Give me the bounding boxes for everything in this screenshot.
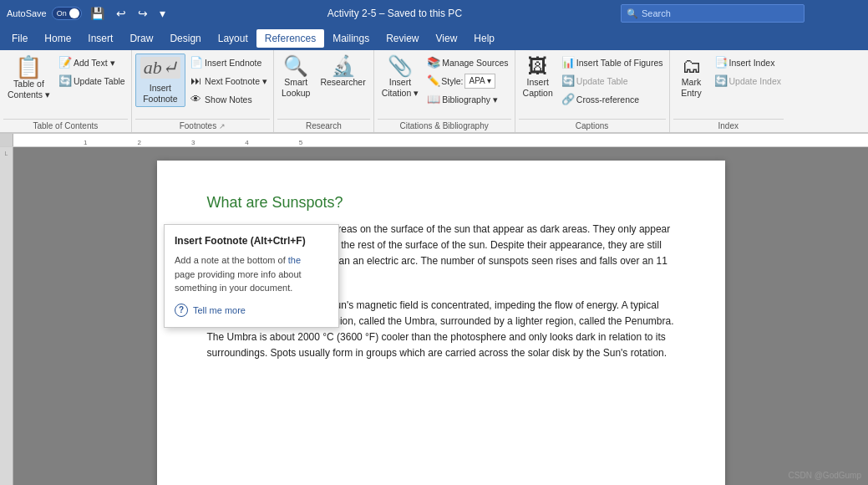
ruler-marks: 1 2 3 4 5 <box>13 134 868 146</box>
document-content: Insert Footnote (Alt+Ctrl+F) Add a note … <box>13 147 868 485</box>
toc-icon: 📋 <box>15 56 42 78</box>
footnotes-group-label: Footnotes ↗ <box>135 119 270 132</box>
search-placeholder: Search <box>642 8 671 18</box>
add-text-label: Add Text ▾ <box>74 57 115 69</box>
update-table-captions-button[interactable]: 🔄 Update Table <box>559 72 666 90</box>
research-group-label: Research <box>277 119 370 132</box>
menu-help[interactable]: Help <box>465 29 503 48</box>
watermark: CSDN @GodGump <box>789 471 861 480</box>
cross-reference-button[interactable]: 🔗 Cross-reference <box>559 90 666 109</box>
update-index-icon: 🔄 <box>714 74 727 89</box>
toc-group-label: Table of Contents <box>3 119 128 132</box>
search-box[interactable]: 🔍 Search <box>621 4 805 23</box>
mark-entry-label: MarkEntry <box>681 77 702 98</box>
manage-sources-label: Manage Sources <box>442 57 508 69</box>
style-dropdown[interactable]: ✏️ Style: APA ▾ <box>424 72 510 90</box>
insert-index-button[interactable]: 📑 Insert Index <box>712 54 784 72</box>
insert-caption-icon: 🖼 <box>528 56 548 76</box>
ribbon-group-footnotes: ab↵ InsertFootnote 📄 Insert Endnote ⏭ Ne… <box>132 50 274 132</box>
insert-table-of-figures-button[interactable]: 📊 Insert Table of Figures <box>559 54 666 72</box>
captions-group-label: Captions <box>519 119 666 132</box>
menu-design[interactable]: Design <box>161 29 209 48</box>
bibliography-button[interactable]: 📖 Bibliography ▾ <box>424 90 510 109</box>
menu-layout[interactable]: Layout <box>210 29 256 48</box>
menu-view[interactable]: View <box>428 29 466 48</box>
customize-qat-button[interactable]: ▾ <box>156 5 169 22</box>
insert-endnote-icon: 📄 <box>190 55 202 70</box>
toc-label: Table ofContents ▾ <box>8 79 50 100</box>
citations-small-buttons: 📚 Manage Sources ✏️ Style: APA ▾ 📖 Bibli… <box>424 54 510 110</box>
redo-button[interactable]: ↪ <box>135 5 151 22</box>
bibliography-icon: 📖 <box>427 92 439 107</box>
citations-group-label: Citations & Bibliography <box>378 119 511 132</box>
toc-small-buttons: 📝 Add Text ▾ 🔄 Update Table <box>56 54 128 90</box>
title-bar: AutoSave On 💾 ↩ ↪ ▾ Activity 2-5 – Saved… <box>0 0 868 27</box>
smart-lookup-icon: 🔍 <box>283 56 308 76</box>
tooltip-highlight1: the <box>288 255 301 265</box>
style-value[interactable]: APA ▾ <box>464 74 495 89</box>
menu-references[interactable]: References <box>256 29 324 48</box>
researcher-button[interactable]: 🔬 Researcher <box>316 54 369 90</box>
table-of-contents-button[interactable]: 📋 Table ofContents ▾ <box>3 54 54 102</box>
tooltip-title: Insert Footnote (Alt+Ctrl+F) <box>175 235 328 247</box>
add-text-icon: 📝 <box>58 55 71 70</box>
insert-endnote-label: Insert Endnote <box>205 57 261 69</box>
save-button[interactable]: 💾 <box>87 5 108 22</box>
mark-entry-button[interactable]: 🗂 MarkEntry <box>673 54 710 100</box>
insert-citation-button[interactable]: 📎 InsertCitation ▾ <box>378 54 424 100</box>
manage-sources-button[interactable]: 📚 Manage Sources <box>424 54 510 72</box>
document-heading: What are Sunspots? <box>207 194 675 212</box>
update-table-toc-label: Update Table <box>74 75 125 88</box>
bibliography-label: Bibliography ▾ <box>442 94 498 106</box>
insert-footnote-label: InsertFootnote <box>143 83 177 104</box>
tooltip-description: Add a note at the bottom of the page pro… <box>175 253 328 295</box>
autosave-label: AutoSave <box>7 8 47 18</box>
insert-caption-label: InsertCaption <box>523 77 553 98</box>
insert-caption-button[interactable]: 🖼 InsertCaption <box>519 54 557 100</box>
menu-home[interactable]: Home <box>36 29 79 48</box>
menu-file[interactable]: File <box>3 29 36 48</box>
next-footnote-label: Next Footnote ▾ <box>205 75 267 88</box>
update-index-button[interactable]: 🔄 Update Index <box>712 72 784 90</box>
search-icon: 🔍 <box>627 8 638 19</box>
insert-footnote-button[interactable]: ab↵ InsertFootnote <box>135 54 185 107</box>
index-group-label: Index <box>673 119 784 132</box>
undo-button[interactable]: ↩ <box>113 5 129 22</box>
smart-lookup-button[interactable]: 🔍 SmartLookup <box>277 54 314 100</box>
show-notes-button[interactable]: 👁 Show Notes <box>187 90 270 109</box>
ribbon-group-index: 🗂 MarkEntry 📑 Insert Index 🔄 Update Inde… <box>670 50 787 132</box>
tell-more-icon: ? <box>175 304 188 317</box>
document-title: Activity 2-5 – Saved to this PC <box>175 8 614 19</box>
insert-index-label: Insert Index <box>729 57 775 69</box>
next-footnote-icon: ⏭ <box>190 74 202 89</box>
add-text-button[interactable]: 📝 Add Text ▾ <box>56 54 128 72</box>
ruler-corner <box>0 134 13 146</box>
ribbon-group-toc: 📋 Table ofContents ▾ 📝 Add Text ▾ 🔄 Upda… <box>0 50 132 132</box>
ribbon-group-citations: 📎 InsertCitation ▾ 📚 Manage Sources ✏️ S… <box>374 50 515 132</box>
ruler-area: 1 2 3 4 5 <box>0 134 868 147</box>
update-table-toc-button[interactable]: 🔄 Update Table <box>56 72 128 90</box>
menu-insert[interactable]: Insert <box>79 29 121 48</box>
document-area: L Insert Footnote (Alt+Ctrl+F) Add a not… <box>0 147 868 485</box>
ribbon: 📋 Table ofContents ▾ 📝 Add Text ▾ 🔄 Upda… <box>0 50 868 134</box>
next-footnote-button[interactable]: ⏭ Next Footnote ▾ <box>187 72 270 90</box>
citations-group-body: 📎 InsertCitation ▾ 📚 Manage Sources ✏️ S… <box>378 54 511 117</box>
captions-small-buttons: 📊 Insert Table of Figures 🔄 Update Table… <box>559 54 666 110</box>
autosave-toggle[interactable]: On <box>52 7 82 20</box>
menu-mailings[interactable]: Mailings <box>324 29 378 48</box>
tell-more-label: Tell me more <box>193 305 246 315</box>
menu-draw[interactable]: Draw <box>121 29 161 48</box>
tell-me-more-link[interactable]: ? Tell me more <box>175 304 328 317</box>
index-small-buttons: 📑 Insert Index 🔄 Update Index <box>712 54 784 90</box>
cross-ref-label: Cross-reference <box>576 94 639 106</box>
research-group-body: 🔍 SmartLookup 🔬 Researcher <box>277 54 370 117</box>
menu-review[interactable]: Review <box>378 29 427 48</box>
menu-bar: File Home Insert Draw Design Layout Refe… <box>0 27 868 50</box>
toc-group-body: 📋 Table ofContents ▾ 📝 Add Text ▾ 🔄 Upda… <box>3 54 128 117</box>
insert-citation-icon: 📎 <box>388 56 413 76</box>
insert-endnote-button[interactable]: 📄 Insert Endnote <box>187 54 270 72</box>
vertical-ruler: L <box>0 147 13 485</box>
smart-lookup-label: SmartLookup <box>282 77 310 98</box>
researcher-icon: 🔬 <box>331 56 356 76</box>
insert-tof-label: Insert Table of Figures <box>576 57 663 69</box>
